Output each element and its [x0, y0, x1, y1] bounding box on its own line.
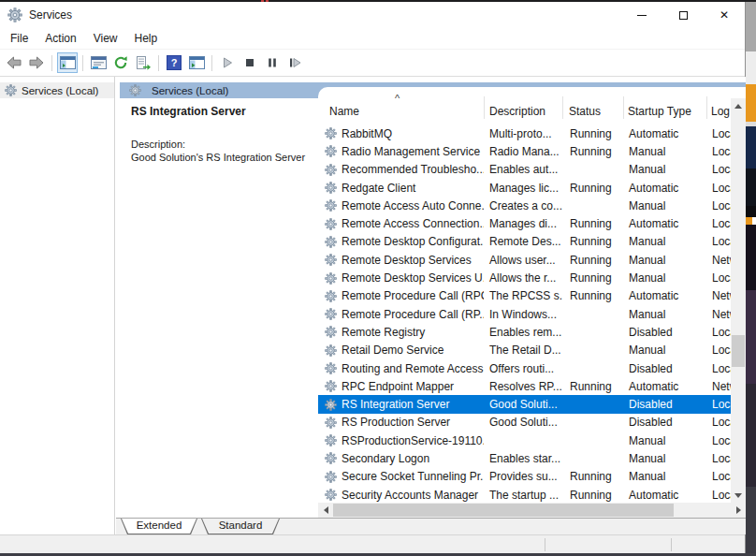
column-header-description[interactable]: Description — [489, 105, 545, 118]
menu-file[interactable]: File — [2, 29, 36, 48]
table-row[interactable]: Secure Socket Tunneling Pr... Provides s… — [318, 468, 731, 486]
service-gear-icon — [325, 344, 337, 357]
service-status: Running — [562, 271, 623, 285]
menu-help[interactable]: Help — [126, 29, 167, 48]
service-gear-icon — [325, 434, 337, 446]
vertical-scrollbar[interactable] — [731, 98, 746, 503]
table-row[interactable]: Routing and Remote Access Offers routi..… — [318, 359, 731, 377]
horizontal-scrollbar-thumb[interactable] — [333, 504, 674, 517]
column-separator[interactable] — [484, 96, 485, 119]
show-action-pane-button[interactable] — [186, 52, 207, 73]
table-row[interactable]: Remote Desktop Services Allows user... R… — [318, 251, 731, 269]
properties-icon — [91, 56, 107, 69]
close-icon: ✕ — [720, 9, 729, 21]
table-row[interactable]: Remote Desktop Services U... Allows the … — [318, 269, 731, 286]
table-row[interactable]: Remote Access Connection... Manages di..… — [318, 214, 731, 232]
scroll-right-icon — [736, 506, 741, 514]
table-row[interactable]: RabbitMQ Multi-proto... Running Automati… — [318, 124, 731, 142]
column-header-startup-type[interactable]: Startup Type — [628, 105, 691, 118]
column-separator[interactable] — [623, 96, 624, 119]
scroll-left-button[interactable] — [318, 503, 333, 518]
toolbar: ? — [0, 49, 745, 77]
column-header-status[interactable]: Status — [569, 105, 601, 118]
menu-action[interactable]: Action — [36, 29, 84, 48]
service-name: Remote Access Connection... — [342, 217, 484, 230]
table-row[interactable]: RSProductionService-19110... Manual Loca — [318, 432, 731, 449]
horizontal-scrollbar[interactable] — [318, 503, 746, 518]
description-text: Good Solution's RS Integration Server — [131, 152, 305, 163]
scroll-up-button[interactable] — [731, 98, 746, 113]
service-description: Offers routi... — [484, 362, 562, 375]
refresh-button[interactable] — [110, 52, 131, 73]
service-description: In Windows... — [484, 308, 562, 321]
help-button[interactable]: ? — [164, 52, 184, 73]
tab-standard[interactable]: Standard — [201, 519, 280, 534]
table-row[interactable]: Remote Procedure Call (RP... In Windows.… — [318, 305, 731, 323]
close-button[interactable]: ✕ — [704, 2, 745, 28]
service-gear-icon — [325, 399, 337, 411]
table-row[interactable]: Remote Procedure Call (RPC) The RPCSS s.… — [318, 287, 731, 305]
start-service-button[interactable] — [217, 52, 238, 73]
tab-extended[interactable]: Extended — [121, 519, 197, 534]
service-description: Manages di... — [484, 217, 562, 230]
export-list-button[interactable] — [133, 52, 153, 73]
service-status: Running — [562, 289, 623, 302]
table-row[interactable]: RS Production Server Good Soluti... Disa… — [318, 414, 731, 432]
show-console-tree-button[interactable] — [57, 52, 78, 73]
table-row[interactable]: Retail Demo Service The Retail D... Manu… — [318, 342, 731, 359]
selected-service-title: RS Integration Server — [131, 105, 246, 118]
table-row[interactable]: RPC Endpoint Mapper Resolves RP... Runni… — [318, 377, 731, 395]
service-startup-type: Disabled — [623, 326, 706, 339]
title-bar[interactable]: Services ✕ — [0, 2, 745, 28]
service-name: Secondary Logon — [342, 452, 429, 465]
table-row[interactable]: Radio Management Service Radio Mana... R… — [318, 142, 731, 160]
service-log-on-as: Netw — [706, 308, 731, 321]
pause-service-button[interactable] — [262, 52, 283, 73]
table-row[interactable]: Secondary Logon Enables star... Manual L… — [318, 449, 731, 467]
forward-button[interactable] — [26, 52, 47, 73]
menu-view[interactable]: View — [85, 29, 126, 48]
service-gear-icon — [325, 417, 337, 429]
service-startup-type: Manual — [623, 308, 706, 321]
service-name: Remote Desktop Services U... — [342, 271, 484, 285]
table-row[interactable]: Remote Access Auto Conne... Creates a co… — [318, 197, 731, 214]
column-header-name[interactable]: Name — [329, 105, 359, 118]
restart-service-button[interactable] — [284, 52, 305, 73]
column-separator[interactable] — [706, 96, 707, 119]
status-bar — [0, 534, 745, 553]
extended-info-panel: RS Integration Server Description: Good … — [120, 98, 318, 518]
service-description: Multi-proto... — [484, 127, 562, 140]
service-log-on-as: Loca — [706, 398, 731, 411]
service-description: Allows user... — [484, 254, 562, 267]
table-row[interactable]: Recommended Troublesho... Enables aut...… — [318, 161, 731, 179]
properties-button[interactable] — [88, 52, 109, 73]
back-button[interactable] — [4, 52, 24, 73]
service-status: Running — [562, 217, 623, 230]
services-gear-icon — [129, 84, 141, 96]
column-header-log-on-as[interactable]: Log — [711, 105, 730, 118]
scroll-down-button[interactable] — [731, 488, 746, 503]
service-status: Running — [562, 380, 623, 393]
service-startup-type: Manual — [623, 452, 706, 465]
tree-item-services-local[interactable]: Services (Local) — [0, 82, 114, 98]
table-row[interactable]: Security Accounts Manager The startup ..… — [318, 486, 731, 504]
table-row[interactable]: RS Integration Server Good Soluti... Dis… — [318, 395, 731, 413]
table-row[interactable]: Remote Desktop Configurat... Remote Des.… — [318, 233, 731, 251]
stop-service-button[interactable] — [240, 52, 260, 73]
toolbar-separator — [211, 55, 212, 71]
service-gear-icon — [325, 308, 337, 320]
table-row[interactable]: Remote Registry Enables rem... Disabled … — [318, 323, 731, 341]
help-icon: ? — [167, 55, 182, 70]
service-description: Creates a co... — [484, 199, 562, 212]
minimize-icon — [637, 15, 647, 16]
minimize-button[interactable] — [621, 2, 662, 28]
service-description: Manages lic... — [484, 182, 562, 195]
maximize-button[interactable] — [662, 2, 704, 28]
service-startup-type: Automatic — [623, 289, 706, 302]
column-separator[interactable] — [562, 96, 563, 119]
stop-icon — [243, 56, 256, 69]
table-row[interactable]: Redgate Client Manages lic... Running Au… — [318, 179, 731, 197]
service-description: Good Soluti... — [484, 416, 562, 429]
scroll-right-button[interactable] — [731, 503, 746, 518]
vertical-scrollbar-thumb[interactable] — [732, 335, 745, 367]
